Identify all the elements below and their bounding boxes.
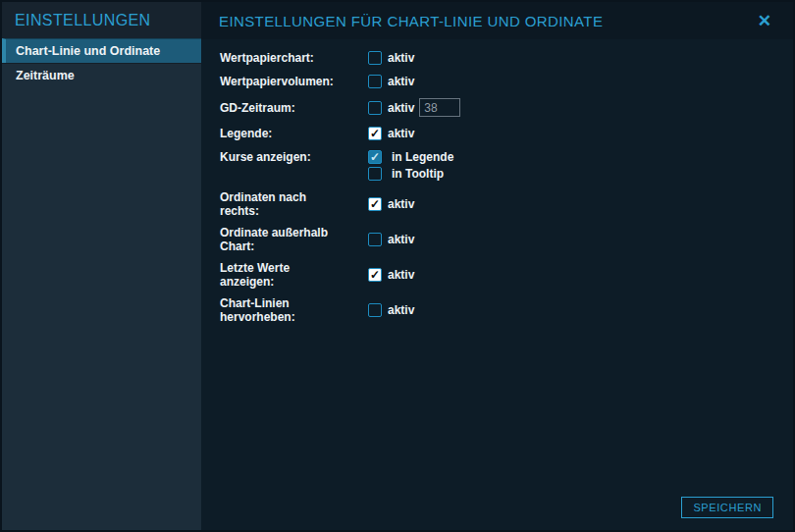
field-label: Legende: <box>220 127 336 140</box>
checkbox-label: in Tooltip <box>392 167 444 181</box>
ordinate-ausserhalb-chart-checkbox[interactable] <box>368 233 382 246</box>
form-row-letzte-werte-anzeigen: Letzte Werte anzeigen: aktiv <box>220 261 793 289</box>
settings-panel: EINSTELLUNGEN FÜR CHART-LINIE UND ORDINA… <box>201 2 793 530</box>
ordinaten-nach-rechts-checkbox[interactable] <box>368 197 382 211</box>
sidebar-item-label: Zeiträume <box>16 69 75 82</box>
settings-form: Wertpapierchart: aktiv Wertpapiervolumen… <box>201 39 793 324</box>
checkbox-label: in Legende <box>392 150 453 164</box>
form-row-wertpapierchart: Wertpapierchart: aktiv <box>220 51 793 65</box>
form-row-ordinaten-nach-rechts: Ordinaten nach rechts: aktiv <box>220 190 793 218</box>
sidebar-item-chart-linie-und-ordinate[interactable]: Chart-Linie und Ordinate <box>2 38 201 63</box>
checkbox-label: aktiv <box>388 303 414 317</box>
sidebar-nav: Chart-Linie und Ordinate Zeiträume <box>2 38 201 87</box>
checkbox-label: aktiv <box>388 127 414 140</box>
form-row-gd-zeitraum: GD-Zeitraum: aktiv <box>220 98 793 117</box>
sidebar-title: EINSTELLUNGEN <box>2 2 201 38</box>
option-in-tooltip: in Tooltip <box>368 167 453 181</box>
checkbox-label: aktiv <box>388 233 414 246</box>
field-label: Letzte Werte anzeigen: <box>220 261 336 289</box>
letzte-werte-anzeigen-checkbox[interactable] <box>368 268 382 282</box>
field-label: GD-Zeitraum: <box>220 101 336 115</box>
sidebar-item-zeitraeume[interactable]: Zeiträume <box>2 63 201 87</box>
close-icon[interactable]: ✕ <box>754 11 775 31</box>
form-row-chart-linien-hervorheben: Chart-Linien hervorheben: aktiv <box>220 296 793 324</box>
checkbox-label: aktiv <box>388 268 414 282</box>
panel-title: EINSTELLUNGEN FÜR CHART-LINIE UND ORDINA… <box>219 13 603 29</box>
gd-zeitraum-checkbox[interactable] <box>368 101 382 115</box>
gd-zeitraum-input[interactable] <box>419 98 460 117</box>
chart-linien-hervorheben-checkbox[interactable] <box>368 303 382 317</box>
save-button[interactable]: SPEICHERN <box>681 497 773 518</box>
field-label: Ordinate außerhalb Chart: <box>220 226 336 253</box>
wertpapiervolumen-checkbox[interactable] <box>368 75 382 88</box>
sidebar-item-label: Chart-Linie und Ordinate <box>16 44 160 58</box>
form-row-legende: Legende: aktiv <box>220 127 793 140</box>
field-label: Wertpapiervolumen: <box>220 75 336 88</box>
form-row-kurse-anzeigen: Kurse anzeigen: in Legende in Tooltip <box>220 150 793 181</box>
field-label: Kurse anzeigen: <box>220 150 336 164</box>
field-label: Wertpapierchart: <box>220 51 336 65</box>
panel-header: EINSTELLUNGEN FÜR CHART-LINIE UND ORDINA… <box>201 2 793 39</box>
checkbox-label: aktiv <box>388 197 414 211</box>
form-row-wertpapiervolumen: Wertpapiervolumen: aktiv <box>220 75 793 88</box>
sidebar: EINSTELLUNGEN Chart-Linie und Ordinate Z… <box>2 2 201 530</box>
checkbox-label: aktiv <box>388 51 414 65</box>
legende-checkbox[interactable] <box>368 127 382 140</box>
form-row-ordinate-ausserhalb-chart: Ordinate außerhalb Chart: aktiv <box>220 226 793 253</box>
settings-window: EINSTELLUNGEN Chart-Linie und Ordinate Z… <box>0 0 795 532</box>
option-in-legende: in Legende <box>368 150 453 164</box>
in-tooltip-checkbox[interactable] <box>368 167 382 181</box>
field-label: Chart-Linien hervorheben: <box>220 296 336 324</box>
checkbox-label: aktiv <box>388 101 414 115</box>
wertpapierchart-checkbox[interactable] <box>368 51 382 65</box>
field-label: Ordinaten nach rechts: <box>220 190 336 218</box>
checkbox-label: aktiv <box>388 75 414 88</box>
in-legende-checkbox[interactable] <box>368 150 382 164</box>
